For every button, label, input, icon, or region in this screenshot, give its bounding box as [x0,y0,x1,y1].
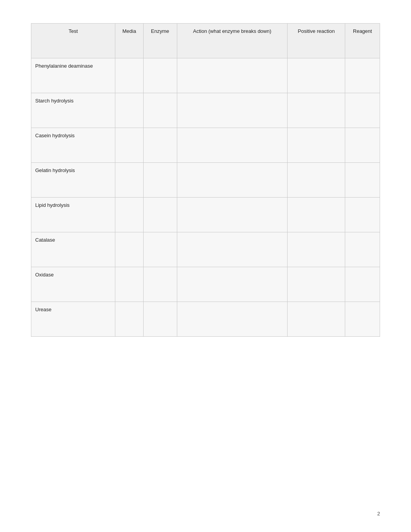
cell-positive-reaction-5 [288,198,345,232]
table-row: Oxidase [31,267,380,302]
col-header-positive-reaction: Positive reaction [288,24,345,58]
table-row: Starch hydrolysis [31,93,380,128]
cell-positive-reaction-6 [288,232,345,267]
table-row: Lipid hydrolysis [31,198,380,232]
cell-action-6 [177,232,288,267]
col-header-test: Test [31,24,115,58]
cell-reagent-1 [345,58,380,93]
cell-test-2: Starch hydrolysis [31,93,115,128]
cell-reagent-8 [345,302,380,337]
cell-media-4 [115,163,143,198]
col-header-media: Media [115,24,143,58]
cell-media-8 [115,302,143,337]
cell-media-1 [115,58,143,93]
cell-media-5 [115,198,143,232]
cell-action-7 [177,267,288,302]
page-number: 2 [377,511,380,517]
cell-reagent-3 [345,128,380,163]
table-row: Catalase [31,232,380,267]
cell-enzyme-8 [143,302,177,337]
cell-test-6: Catalase [31,232,115,267]
cell-reagent-4 [345,163,380,198]
table-row: Gelatin hydrolysis [31,163,380,198]
table-row: Casein hydrolysis [31,128,380,163]
cell-test-8: Urease [31,302,115,337]
cell-test-7: Oxidase [31,267,115,302]
cell-enzyme-1 [143,58,177,93]
cell-positive-reaction-2 [288,93,345,128]
main-table: Test Media Enzyme Action (what enzyme br… [31,23,380,337]
cell-positive-reaction-8 [288,302,345,337]
cell-positive-reaction-7 [288,267,345,302]
cell-reagent-6 [345,232,380,267]
cell-media-6 [115,232,143,267]
page-container: Test Media Enzyme Action (what enzyme br… [0,0,411,368]
cell-action-1 [177,58,288,93]
cell-test-3: Casein hydrolysis [31,128,115,163]
cell-action-2 [177,93,288,128]
cell-action-5 [177,198,288,232]
cell-positive-reaction-4 [288,163,345,198]
table-row: Phenylalanine deaminase [31,58,380,93]
cell-positive-reaction-3 [288,128,345,163]
cell-enzyme-5 [143,198,177,232]
cell-enzyme-4 [143,163,177,198]
table-row: Urease [31,302,380,337]
cell-media-2 [115,93,143,128]
cell-test-4: Gelatin hydrolysis [31,163,115,198]
cell-action-3 [177,128,288,163]
col-header-reagent: Reagent [345,24,380,58]
cell-reagent-5 [345,198,380,232]
cell-test-1: Phenylalanine deaminase [31,58,115,93]
table-header-row: Test Media Enzyme Action (what enzyme br… [31,24,380,58]
cell-enzyme-6 [143,232,177,267]
cell-test-5: Lipid hydrolysis [31,198,115,232]
cell-action-4 [177,163,288,198]
cell-media-3 [115,128,143,163]
cell-media-7 [115,267,143,302]
col-header-action: Action (what enzyme breaks down) [177,24,288,58]
col-header-enzyme: Enzyme [143,24,177,58]
cell-action-8 [177,302,288,337]
cell-enzyme-7 [143,267,177,302]
cell-enzyme-3 [143,128,177,163]
cell-reagent-2 [345,93,380,128]
cell-positive-reaction-1 [288,58,345,93]
cell-enzyme-2 [143,93,177,128]
cell-reagent-7 [345,267,380,302]
